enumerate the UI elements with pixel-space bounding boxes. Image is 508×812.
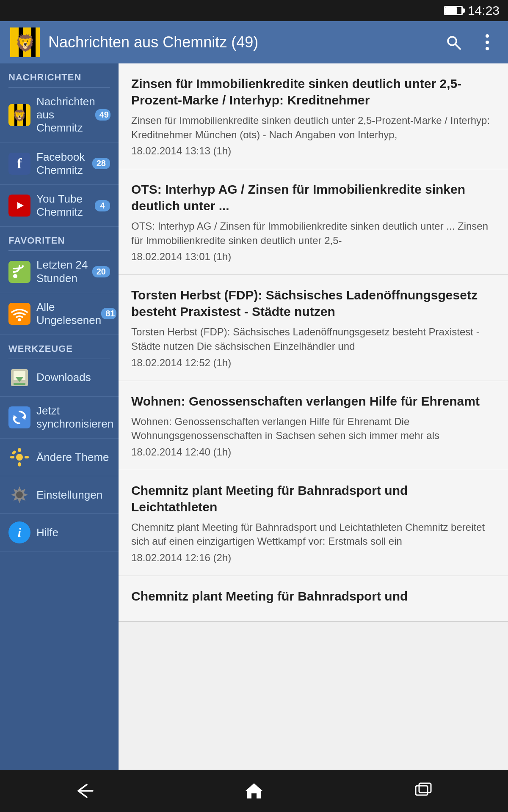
news-item-4[interactable]: Chemnitz plant Meeting für Bahnradsport … [119, 470, 508, 576]
svg-rect-29 [14, 383, 25, 385]
svg-text:🦁: 🦁 [13, 109, 27, 122]
section-favoriten-label: FAVORITEN [0, 227, 119, 250]
sidebar-item-settings[interactable]: Einstellungen [0, 476, 119, 514]
sidebar-item-help[interactable]: i Hilfe [0, 514, 119, 551]
sidebar-item-chemnitz-news[interactable]: 🦁 Nachrichten aus Chemnitz 49 [0, 88, 119, 143]
home-icon [245, 782, 263, 800]
svg-marker-31 [14, 415, 17, 420]
sidebar-item-downloads[interactable]: Downloads [0, 359, 119, 397]
facebook-label: Facebook Chemnitz [36, 151, 92, 177]
chemnitz-news-badge: 49 [95, 109, 110, 121]
svg-marker-30 [22, 415, 25, 420]
sidebar: NACHRICHTEN 🦁 Nachrichten aus Chemnitz 4… [0, 63, 119, 770]
section-werkzeuge-label: WERKZEUGE [0, 335, 119, 359]
help-icon: i [8, 521, 30, 543]
app-bar: 🦁 Nachrichten aus Chemnitz (49) [0, 21, 508, 63]
section-nachrichten-label: NACHRICHTEN [0, 63, 119, 87]
news-item-2[interactable]: Torsten Herbst (FDP): Sächsisches Ladenö… [119, 275, 508, 381]
news-meta-2: 18.02.2014 12:52 (1h) [131, 357, 495, 369]
news-meta-0: 18.02.2014 13:13 (1h) [131, 145, 495, 157]
news-item-1[interactable]: OTS: Interhyp AG / Zinsen für Immobilien… [119, 169, 508, 275]
svg-rect-33 [18, 448, 21, 452]
svg-point-32 [16, 454, 23, 461]
svg-rect-9 [36, 27, 40, 57]
bottom-nav [0, 770, 508, 812]
battery-fill [445, 7, 457, 14]
youtube-badge: 4 [95, 200, 110, 211]
svg-rect-40 [416, 786, 428, 795]
news-title-2: Torsten Herbst (FDP): Sächsisches Ladenö… [131, 287, 495, 320]
svg-rect-35 [10, 456, 14, 458]
news-title-1: OTS: Interhyp AG / Zinsen für Immobilien… [131, 181, 495, 214]
time-display: 14:23 [468, 3, 500, 18]
news-excerpt-3: Wohnen: Genossenschaften verlangen Hilfe… [131, 414, 495, 443]
svg-point-25 [18, 318, 21, 321]
download-icon [8, 367, 30, 389]
rss-icon [8, 261, 30, 283]
news-title-5: Chemnitz plant Meeting für Bahnradsport … [131, 588, 495, 604]
main-content: NACHRICHTEN 🦁 Nachrichten aus Chemnitz 4… [0, 63, 508, 770]
news-excerpt-4: Chemnitz plant Meeting für Bahnradsport … [131, 520, 495, 549]
settings-icon [8, 484, 30, 506]
svg-point-38 [16, 491, 23, 498]
svg-rect-41 [419, 783, 431, 793]
search-icon [445, 34, 462, 51]
news-excerpt-1: OTS: Interhyp AG / Zinsen für Immobilien… [131, 219, 495, 247]
more-options-button[interactable] [477, 32, 498, 53]
news-meta-1: 18.02.2014 13:01 (1h) [131, 251, 495, 263]
settings-label: Einstellungen [36, 488, 110, 502]
news-title-3: Wohnen: Genossenschaften verlangen Hilfe… [131, 393, 495, 409]
sidebar-item-sync[interactable]: Jetzt synchronisieren [0, 397, 119, 439]
home-button[interactable] [233, 774, 275, 808]
app-logo: 🦁 [10, 27, 40, 57]
status-bar: 14:23 [0, 0, 508, 21]
theme-icon [8, 446, 30, 468]
chemnitz-news-label: Nachrichten aus Chemnitz [36, 95, 95, 135]
news-excerpt-0: Zinsen für Immobilienkredite sinken deut… [131, 113, 495, 142]
youtube-label: You Tube Chemnitz [36, 192, 95, 219]
letzten24-badge: 20 [92, 266, 110, 277]
news-item-5[interactable]: Chemnitz plant Meeting für Bahnradsport … [119, 576, 508, 622]
svg-rect-36 [25, 456, 29, 458]
svg-rect-20 [26, 104, 30, 126]
svg-point-14 [486, 41, 489, 44]
news-meta-4: 18.02.2014 12:16 (2h) [131, 552, 495, 564]
svg-rect-34 [18, 462, 21, 466]
app-bar-actions [443, 32, 498, 53]
svg-point-13 [486, 34, 489, 38]
app-title: Nachrichten aus Chemnitz (49) [48, 33, 434, 51]
svg-line-12 [455, 44, 460, 49]
back-icon [74, 782, 95, 799]
news-list: Zinsen für Immobilienkredite sinken deut… [119, 63, 508, 770]
youtube-icon [8, 195, 30, 217]
status-bar-right: 14:23 [444, 3, 500, 18]
news-title-0: Zinsen für Immobilienkredite sinken deut… [131, 75, 495, 108]
sidebar-item-ungelesenen[interactable]: Alle Ungelesenen 81 [0, 293, 119, 335]
news-item-0[interactable]: Zinsen für Immobilienkredite sinken deut… [119, 63, 508, 169]
sidebar-item-facebook[interactable]: f Facebook Chemnitz 28 [0, 143, 119, 185]
help-label: Hilfe [36, 526, 110, 539]
sync-icon [8, 406, 30, 428]
ungelesenen-badge: 81 [101, 308, 116, 319]
facebook-badge: 28 [92, 158, 110, 169]
svg-text:🦁: 🦁 [15, 33, 36, 53]
svg-rect-37 [11, 450, 16, 455]
search-button[interactable] [443, 32, 464, 53]
sidebar-item-youtube[interactable]: You Tube Chemnitz 4 [0, 185, 119, 227]
more-options-icon [485, 34, 489, 51]
sidebar-item-theme[interactable]: Ändere Theme [0, 439, 119, 476]
svg-point-15 [486, 47, 489, 50]
recent-apps-button[interactable] [402, 774, 444, 808]
sidebar-item-letzten24[interactable]: Letzten 24 Stunden 20 [0, 251, 119, 293]
recent-apps-icon [414, 782, 433, 800]
letzten24-label: Letzten 24 Stunden [36, 258, 92, 285]
svg-point-24 [13, 274, 17, 278]
back-button[interactable] [64, 774, 106, 808]
chemnitz-logo-icon: 🦁 [10, 27, 40, 57]
news-title-4: Chemnitz plant Meeting für Bahnradsport … [131, 482, 495, 515]
news-item-3[interactable]: Wohnen: Genossenschaften verlangen Hilfe… [119, 381, 508, 470]
ungelesenen-label: Alle Ungelesenen [36, 301, 101, 327]
theme-label: Ändere Theme [36, 451, 110, 464]
wifi-unread-icon [8, 303, 30, 325]
facebook-icon: f [8, 153, 30, 175]
